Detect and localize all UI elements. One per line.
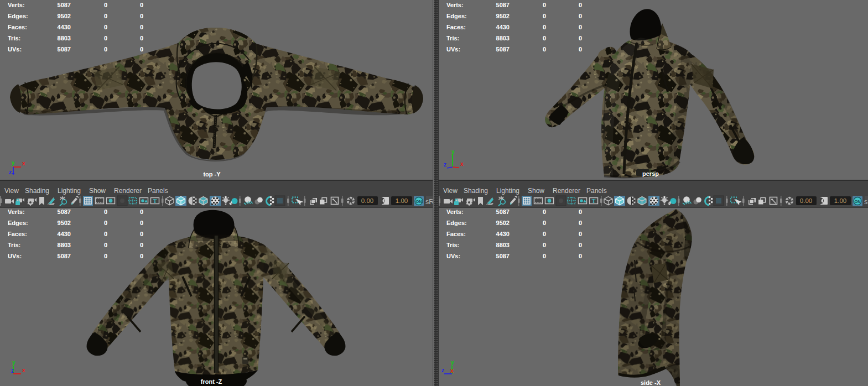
- svg-text:ON: ON: [854, 199, 860, 204]
- svg-text:ON: ON: [415, 199, 422, 204]
- svg-text:y: y: [12, 160, 15, 166]
- svg-text:x: x: [450, 368, 454, 374]
- svg-text:sR: sR: [864, 198, 868, 206]
- svg-text:0.00: 0.00: [361, 197, 373, 204]
- svg-text:y: y: [12, 359, 15, 366]
- svg-text:1.00: 1.00: [834, 197, 846, 204]
- svg-text:x: x: [460, 161, 464, 167]
- svg-text:z: z: [444, 161, 446, 168]
- svg-text:1.00: 1.00: [396, 197, 408, 204]
- svg-text:z: z: [11, 368, 14, 374]
- svg-text:z: z: [441, 367, 444, 373]
- svg-text:T: T: [592, 198, 596, 204]
- svg-text:sR: sR: [425, 198, 433, 206]
- svg-text:x: x: [22, 160, 25, 166]
- svg-text:y: y: [451, 359, 454, 366]
- svg-text:z: z: [9, 169, 12, 175]
- svg-text:x: x: [22, 367, 25, 373]
- svg-text:y: y: [451, 149, 455, 155]
- svg-text:0.00: 0.00: [800, 197, 812, 204]
- svg-text:T: T: [153, 198, 157, 204]
